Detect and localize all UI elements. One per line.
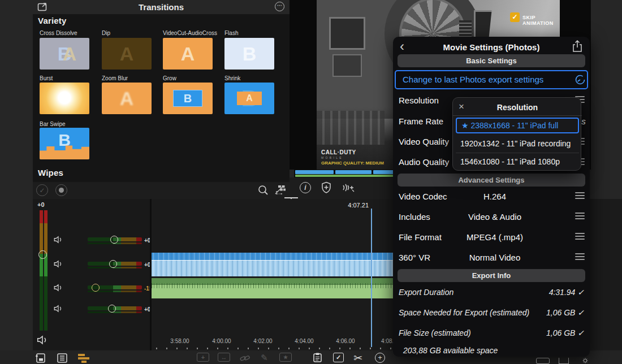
video-codec-label: Video Codec	[399, 192, 447, 201]
file-format-value: MPEG4 (.mp4)	[450, 232, 540, 242]
playhead-time: 4:07.21	[337, 202, 369, 209]
preview-toolbar: i	[290, 177, 396, 199]
space-needed-label: Space Needed for Export (estimated)	[399, 308, 529, 317]
ruler-label: 4:06.00	[336, 338, 355, 344]
ruler-label: 3:58.00	[170, 338, 189, 344]
edit-pencil-icon[interactable]: ✎	[261, 353, 268, 363]
history-clock-icon	[575, 74, 586, 85]
tile-letter: A	[102, 83, 152, 114]
transition-dip[interactable]: A	[102, 38, 152, 70]
add-circle-icon[interactable]: +	[375, 353, 385, 363]
video-codec-menu-icon[interactable]	[575, 190, 585, 201]
share-icon[interactable]	[572, 40, 583, 53]
transition-shrink[interactable]: B A	[224, 83, 274, 114]
transition-burst[interactable]	[40, 83, 89, 114]
game-logo: CALL·DUTY	[321, 149, 356, 155]
track-mute-icon[interactable]	[53, 259, 63, 268]
transition-grid-icon[interactable]	[275, 185, 286, 195]
favorite-clip-icon[interactable]: ★	[279, 353, 292, 362]
transitions-toolbar: ✓	[33, 182, 290, 199]
track-volume-knob[interactable]	[109, 260, 117, 268]
apply-check-icon[interactable]: ✓	[36, 184, 48, 196]
insert-clip-icon[interactable]: +	[197, 353, 209, 362]
export-duration-label: Export Duration	[399, 288, 453, 297]
record-dot-icon[interactable]	[55, 184, 67, 196]
skip-animation-checkbox[interactable]: ✓	[510, 12, 520, 22]
vr-menu-icon[interactable]	[575, 252, 585, 262]
transition-flash[interactable]: B	[224, 38, 274, 70]
tile-label: Dip	[102, 30, 110, 36]
tile-label: Grow	[163, 75, 176, 81]
clipboard-icon[interactable]	[312, 352, 323, 363]
master-meter-right	[44, 210, 47, 331]
timeline-overview-strip[interactable]	[294, 170, 396, 177]
settings-gear-icon[interactable]	[580, 357, 590, 364]
popup-option[interactable]: 1920x1342 - 11" iPad recording	[456, 135, 579, 152]
master-fader-knob[interactable]	[38, 250, 47, 259]
track-volume-knob[interactable]	[110, 236, 118, 244]
tile-letter: B	[224, 38, 274, 70]
export-tray-icon[interactable]	[559, 358, 569, 364]
audio-add-icon[interactable]	[342, 183, 356, 193]
link-clips-icon[interactable]	[240, 354, 250, 363]
info-icon[interactable]: i	[300, 182, 311, 193]
split-scissors-icon[interactable]: ✂	[353, 352, 362, 364]
audio-mixer: +0 +0 +0 -15 +0	[33, 199, 150, 350]
quality-text: GRAPHIC QUALITY: MEDIUM	[321, 161, 384, 166]
import-media-icon[interactable]	[35, 353, 46, 363]
movie-settings-panel: ‹ Movie Settings (Photos) Basic Settings…	[393, 37, 590, 357]
popup-divider	[453, 115, 582, 116]
popup-option[interactable]: 1546x1080 - 11" iPad 1080p	[456, 153, 579, 170]
includes-label: Includes	[399, 212, 430, 222]
frame-rate-label: Frame Rate	[399, 116, 443, 126]
section-wipes: Wipes	[38, 168, 63, 177]
tile-letter: A	[237, 92, 262, 105]
track-volume-knob[interactable]	[92, 284, 100, 292]
transition-bar-swipe[interactable]: B	[40, 128, 89, 159]
popup-option-selected[interactable]: ★ 2388x1668 - 11" iPad full	[456, 118, 579, 133]
storage-box-icon[interactable]	[536, 358, 550, 364]
track-volume-knob[interactable]	[108, 305, 116, 313]
shield-add-icon[interactable]	[321, 181, 332, 194]
tile-letter: A	[102, 38, 152, 70]
timeline-tracks-icon[interactable]	[78, 354, 89, 364]
change-export-settings-button[interactable]: Change to last Photos export settings	[395, 70, 588, 89]
select-check-icon[interactable]: ✓	[333, 353, 344, 362]
master-gain-label: +0	[37, 201, 45, 208]
more-options-icon[interactable]: ···	[275, 2, 284, 11]
transitions-panel: Transitions ···	[33, 0, 290, 14]
tile-letter: A	[163, 38, 213, 70]
transition-cross-dissolve[interactable]: B A	[40, 38, 89, 70]
tile-label: Zoom Blur	[102, 75, 128, 81]
section-variety: Variety	[38, 16, 67, 25]
search-icon[interactable]	[257, 184, 269, 196]
includes-menu-icon[interactable]	[575, 211, 585, 221]
track-mute-icon[interactable]	[53, 304, 63, 313]
transition-videocut-audiocross[interactable]: A	[163, 38, 213, 70]
master-mute-icon[interactable]	[36, 335, 49, 345]
master-meter-left	[40, 210, 43, 331]
video-quality-label: Video Quality	[399, 137, 449, 146]
project-list-icon[interactable]	[57, 353, 68, 363]
includes-value: Video & Audio	[450, 212, 540, 222]
basic-settings-header: Basic Settings	[398, 54, 585, 67]
transition-grow[interactable]: B	[163, 83, 213, 114]
track-mute-icon[interactable]	[53, 235, 63, 244]
track-mute-icon[interactable]	[53, 283, 63, 292]
space-needed-value: 1,06 GB ✓	[511, 308, 584, 317]
settings-title: Movie Settings (Photos)	[393, 42, 590, 52]
tile-label: Shrink	[224, 75, 240, 81]
tile-label: VideoCut-AudioCross	[163, 30, 217, 36]
file-size-value: 1,06 GB ✓	[511, 328, 584, 337]
transition-zoom-blur[interactable]: A	[102, 83, 152, 114]
playhead-line[interactable]	[371, 209, 372, 347]
tile-label: Cross Dissolve	[40, 30, 77, 36]
panel-title: Transitions	[33, 2, 290, 12]
app-window: Transitions ··· Variety Cross Dissolve D…	[0, 0, 622, 364]
ruler-label: 4:02.00	[253, 338, 272, 344]
audio-clip-green[interactable]	[152, 278, 394, 298]
overwrite-clip-icon[interactable]: ↔	[218, 353, 230, 362]
available-space-text: 203,88 GB available space	[403, 346, 498, 355]
audio-clip-blue[interactable]	[152, 253, 394, 276]
file-format-menu-icon[interactable]	[575, 231, 585, 241]
